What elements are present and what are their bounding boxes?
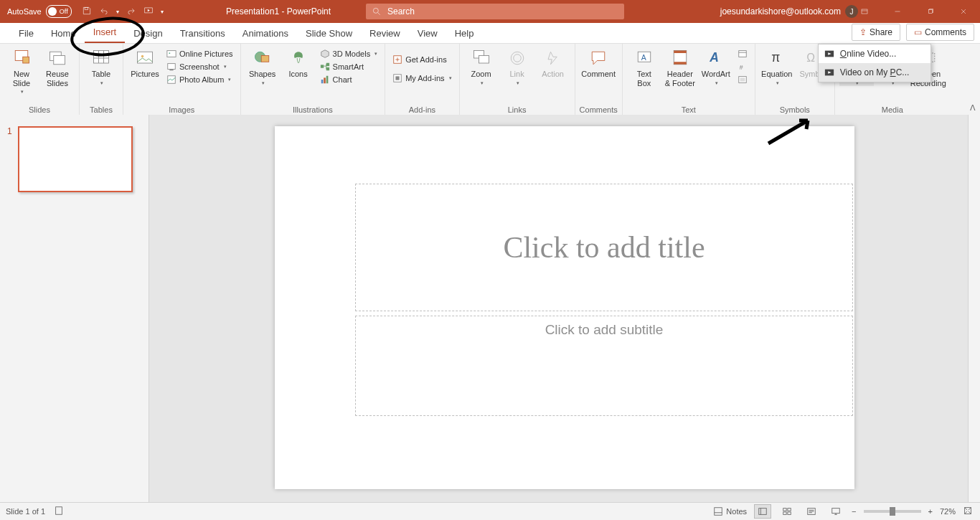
search-box[interactable]: Search	[366, 4, 624, 19]
tab-transitions[interactable]: Transitions	[171, 24, 234, 43]
get-addins-button[interactable]: Get Add-ins	[390, 54, 454, 65]
title-placeholder[interactable]: Click to add title	[355, 184, 853, 311]
tab-slide-show[interactable]: Slide Show	[297, 24, 361, 43]
zoom-out-button[interactable]: −	[852, 507, 856, 516]
date-time-button[interactable]	[735, 48, 750, 60]
autosave-control[interactable]: AutoSave Off	[7, 5, 72, 18]
slide-sorter-button[interactable]	[778, 504, 796, 519]
wordart-button[interactable]: AWordArt	[699, 45, 733, 86]
vertical-scrollbar[interactable]	[968, 115, 980, 503]
group-text-label: Text	[682, 105, 696, 115]
svg-text:#: #	[739, 64, 743, 71]
group-tables: Table Tables	[80, 44, 123, 115]
close-button[interactable]	[947, 0, 980, 23]
tab-view[interactable]: View	[409, 24, 446, 43]
smartart-button[interactable]: SmartArt	[317, 61, 381, 72]
tab-file[interactable]: File	[10, 24, 42, 43]
ribbon-display-options[interactable]	[848, 0, 881, 23]
account-area[interactable]: joesundarkishore@outlook.com J	[720, 5, 858, 18]
slide-thumb-number: 1	[7, 126, 12, 136]
zoom-button[interactable]: Zoom	[464, 45, 499, 86]
group-images-label: Images	[169, 105, 194, 115]
table-button[interactable]: Table	[84, 45, 118, 86]
minimize-button[interactable]	[881, 0, 914, 23]
normal-view-button[interactable]	[754, 504, 771, 519]
chart-button[interactable]: Chart	[317, 74, 381, 85]
qat-customize-icon[interactable]: ▾	[161, 9, 164, 15]
zoom-in-button[interactable]: +	[928, 507, 933, 516]
online-video-item[interactable]: OOnline Video...nline Video...	[819, 44, 930, 63]
3d-models-button[interactable]: 3D Models	[317, 48, 381, 60]
header-footer-button[interactable]: Header & Footer	[663, 45, 697, 88]
svg-point-2	[373, 8, 378, 13]
photo-album-button[interactable]: Photo Album	[164, 74, 236, 85]
object-button[interactable]	[735, 74, 750, 85]
window-controls	[848, 0, 980, 23]
icons-button[interactable]: Icons	[281, 45, 316, 79]
link-button[interactable]: Link	[500, 45, 534, 86]
slide-editor[interactable]: Click to add title Click to add subtitle	[149, 115, 980, 503]
svg-rect-3	[862, 9, 867, 14]
zoom-slider-thumb[interactable]	[890, 507, 895, 516]
svg-rect-52	[788, 509, 791, 511]
comments-button[interactable]: ▭Comments	[906, 24, 974, 41]
tab-animations[interactable]: Animations	[234, 24, 297, 43]
redo-icon[interactable]	[126, 6, 136, 18]
tab-design[interactable]: Design	[125, 24, 171, 43]
comment-button[interactable]: Comment	[581, 45, 616, 79]
shapes-button[interactable]: Shapes	[245, 45, 280, 86]
svg-rect-49	[715, 508, 722, 516]
svg-rect-27	[396, 76, 400, 80]
group-images: Pictures Online Pictures Screenshot Phot…	[123, 44, 241, 115]
tab-home[interactable]: Home	[42, 24, 85, 43]
accessibility-icon[interactable]	[54, 506, 64, 517]
collapse-ribbon-icon[interactable]: ᐱ	[970, 103, 976, 113]
new-slide-button[interactable]: New Slide	[4, 45, 39, 95]
notes-button[interactable]: Notes	[713, 506, 747, 516]
action-button[interactable]: Action	[536, 45, 570, 79]
autosave-label: AutoSave	[7, 7, 42, 16]
slideshow-view-button[interactable]	[827, 504, 844, 519]
my-addins-button[interactable]: My Add-ins	[390, 72, 454, 84]
svg-rect-53	[783, 512, 786, 515]
fit-to-window-button[interactable]	[963, 506, 973, 517]
online-pictures-button[interactable]: Online Pictures	[164, 48, 236, 60]
autosave-toggle[interactable]: Off	[46, 5, 72, 18]
equation-button[interactable]: πEquation	[760, 45, 794, 86]
svg-rect-19	[320, 65, 323, 67]
zoom-percent[interactable]: 72%	[940, 507, 956, 516]
reuse-slides-button[interactable]: Reuse Slides	[40, 45, 75, 88]
window-title: Presentation1 - PowerPoint	[226, 6, 331, 16]
tab-insert[interactable]: Insert	[85, 22, 126, 43]
search-icon	[372, 6, 382, 16]
svg-rect-4	[929, 10, 933, 14]
slideshow-start-icon[interactable]	[143, 6, 154, 18]
tab-help[interactable]: Help	[446, 24, 483, 43]
svg-rect-54	[788, 512, 791, 515]
svg-rect-48	[56, 507, 62, 515]
undo-dropdown-icon[interactable]: ▾	[116, 9, 119, 15]
workspace: 1 Click to add title Click to add subtit…	[0, 115, 980, 503]
pictures-button[interactable]: Pictures	[128, 45, 162, 79]
group-links: Zoom Link Action Links	[460, 44, 575, 115]
svg-rect-51	[783, 509, 786, 511]
textbox-button[interactable]: AText Box	[627, 45, 661, 88]
video-on-pc-item[interactable]: Video on My PC...Video on My PC...	[819, 63, 930, 82]
screenshot-button[interactable]: Screenshot	[164, 61, 236, 72]
reading-view-button[interactable]	[803, 504, 820, 519]
slide-number-button[interactable]: #	[735, 61, 750, 72]
svg-rect-23	[324, 77, 326, 83]
slide-thumb-1[interactable]: 1	[0, 126, 149, 192]
slide-thumbnail-panel[interactable]: 1	[0, 115, 149, 503]
tab-review[interactable]: Review	[361, 24, 409, 43]
undo-icon[interactable]	[99, 6, 109, 18]
restore-button[interactable]	[914, 0, 947, 23]
svg-rect-29	[479, 56, 489, 64]
share-button[interactable]: ⇪Share	[852, 24, 900, 41]
svg-rect-22	[321, 80, 323, 83]
subtitle-placeholder[interactable]: Click to add subtitle	[355, 316, 853, 416]
zoom-slider[interactable]	[864, 510, 921, 513]
save-icon[interactable]	[82, 6, 92, 18]
slide-canvas[interactable]: Click to add title Click to add subtitle	[275, 126, 854, 489]
slide-thumbnail[interactable]	[18, 126, 133, 192]
